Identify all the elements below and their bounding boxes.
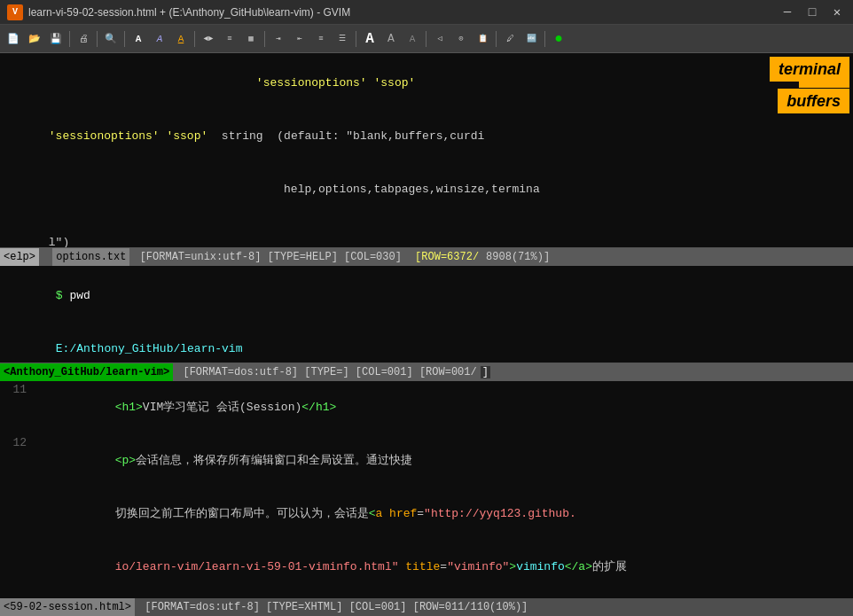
toolbar-font-a1[interactable]: A xyxy=(360,29,380,49)
toolbar-sep8 xyxy=(496,31,497,47)
term-sb-rowend: ] xyxy=(481,366,490,378)
toolbar-more3[interactable]: ▦ xyxy=(241,29,261,49)
buf-content-cont1: 切换回之前工作的窗口布局中。可以认为，会话是<a href="http://yy… xyxy=(32,487,853,541)
toolbar-misc2[interactable]: ⊙ xyxy=(451,29,471,49)
buf-line-11: 11 <h1>VIM学习笔记 会话(Session)</h1> xyxy=(0,381,853,434)
toolbar-sep5 xyxy=(264,31,265,47)
toolbar-misc3[interactable]: 📋 xyxy=(473,29,492,49)
toolbar-misc1[interactable]: ◁ xyxy=(430,29,450,49)
buf-sb-tag: <59-02-session.html> xyxy=(0,598,135,616)
help-sb-tag: <elp> xyxy=(0,248,39,266)
toolbar-sep7 xyxy=(426,31,426,47)
term-line-1: $ pwd xyxy=(7,269,846,323)
help-line-2: 'sessionoptions' 'ssop' string (default:… xyxy=(0,110,853,163)
toolbar-sep1 xyxy=(69,31,70,47)
buf-line-12: 12 <p>会话信息，将保存所有编辑窗口和全局设置。通过快捷 xyxy=(0,434,853,487)
buf-line-cont2: io/learn-vim/learn-vi-59-01-viminfo.html… xyxy=(0,541,853,594)
buffer-pane: 11 <h1>VIM学习笔记 会话(Session)</h1> 12 <p>会话… xyxy=(0,381,853,616)
toolbar-sep3 xyxy=(124,31,125,47)
help-sb-format: [FORMAT=unix:utf-8] [TYPE=HELP] [COL=030… xyxy=(129,251,404,263)
help-sb-row: [ROW=6372/ xyxy=(405,251,482,263)
minimize-button[interactable]: ─ xyxy=(779,5,796,19)
titlebar: V learn-vi-59-02-session.html + (E:\Anth… xyxy=(0,0,853,25)
toolbar-misc4[interactable]: 🖊 xyxy=(500,29,520,49)
toolbar-misc5[interactable]: 🔤 xyxy=(521,29,541,49)
buf-content-cont2: io/learn-vim/learn-vi-59-01-viminfo.html… xyxy=(32,541,853,594)
term-sb-tag: <Anthony_GitHub/learn-vim> xyxy=(0,363,173,381)
buf-linenum-11: 11 xyxy=(0,381,32,399)
help-sb-row2: 8908(71%)] xyxy=(482,251,553,263)
toolbar-sep9 xyxy=(544,31,545,47)
toolbar-new[interactable]: 📄 xyxy=(4,29,23,49)
main-container: 'sessionoptions' 'ssop' 'sessionoptions'… xyxy=(0,53,853,616)
toolbar-more1[interactable]: ◄► xyxy=(199,29,218,49)
terminal-statusbar: <Anthony_GitHub/learn-vim> [FORMAT=dos:u… xyxy=(0,363,853,381)
help-sb-filename: options.txt xyxy=(52,248,129,266)
buf-linenum-cont2 xyxy=(0,541,32,558)
titlebar-left: V learn-vi-59-02-session.html + (E:\Anth… xyxy=(7,4,350,20)
toolbar-list2[interactable]: ☰ xyxy=(333,29,352,49)
help-sb-space xyxy=(39,251,52,263)
toolbar-print[interactable]: 🖨 xyxy=(74,29,93,49)
toolbar-open[interactable]: 📂 xyxy=(25,29,44,49)
close-button[interactable]: ✕ xyxy=(828,5,846,19)
toolbar-sep4 xyxy=(194,31,195,47)
terminal-pane: $ pwd E:/Anthony_GitHub/learn-vim $ ls -… xyxy=(0,266,853,363)
maximize-button[interactable]: □ xyxy=(803,5,821,19)
help-line-3: help,options,tabpages,winsize,termina xyxy=(0,163,853,216)
toolbar-indent2[interactable]: ⇤ xyxy=(290,29,309,49)
help-statusbar: <elp> options.txt [FORMAT=unix:utf-8] [T… xyxy=(0,248,853,266)
toolbar-bold[interactable]: A xyxy=(129,29,148,49)
buf-content-12: <p>会话信息，将保存所有编辑窗口和全局设置。通过快捷 xyxy=(32,434,853,487)
toolbar-sep6 xyxy=(356,31,356,47)
toolbar-sep2 xyxy=(97,31,98,47)
window-title: learn-vi-59-02-session.html + (E:\Anthon… xyxy=(28,6,350,19)
window-controls[interactable]: ─ □ ✕ xyxy=(779,5,846,19)
app-icon: V xyxy=(7,4,23,20)
toolbar-underline[interactable]: A xyxy=(171,29,191,49)
buf-line-cont1: 切换回之前工作的窗口布局中。可以认为，会话是<a href="http://yy… xyxy=(0,487,853,541)
buffer-statusbar: <59-02-session.html> [FORMAT=dos:utf-8] … xyxy=(0,598,853,616)
term-line-2: E:/Anthony_GitHub/learn-vim xyxy=(7,323,846,363)
toolbar-save[interactable]: 💾 xyxy=(46,29,66,49)
term-sb-format: [FORMAT=dos:utf-8] [TYPE=] [COL=001] [RO… xyxy=(173,366,480,378)
toolbar-indent1[interactable]: ⇥ xyxy=(269,29,288,49)
buf-content-11: <h1>VIM学习笔记 会话(Session)</h1> xyxy=(32,381,853,434)
toolbar-font-a2[interactable]: A xyxy=(381,29,401,49)
toolbar-green-circle[interactable]: ● xyxy=(549,29,568,49)
toolbar-list1[interactable]: ≡ xyxy=(311,29,331,49)
help-line-4: l") xyxy=(0,216,853,248)
toolbar-italic[interactable]: A xyxy=(150,29,169,49)
buf-linenum-cont1 xyxy=(0,487,32,505)
buf-linenum-12: 12 xyxy=(0,434,32,452)
help-line-1: 'sessionoptions' 'ssop' xyxy=(0,57,853,110)
help-pane: 'sessionoptions' 'ssop' 'sessionoptions'… xyxy=(0,53,853,248)
toolbar: 📄 📂 💾 🖨 🔍 A A A ◄► ≡ ▦ ⇥ ⇤ ≡ ☰ A A A ◁ ⊙… xyxy=(0,25,853,53)
toolbar-font-a3[interactable]: A xyxy=(403,29,422,49)
toolbar-more2[interactable]: ≡ xyxy=(220,29,239,49)
buf-sb-format: [FORMAT=dos:utf-8] [TYPE=XHTML] [COL=001… xyxy=(135,601,531,613)
toolbar-find[interactable]: 🔍 xyxy=(101,29,121,49)
